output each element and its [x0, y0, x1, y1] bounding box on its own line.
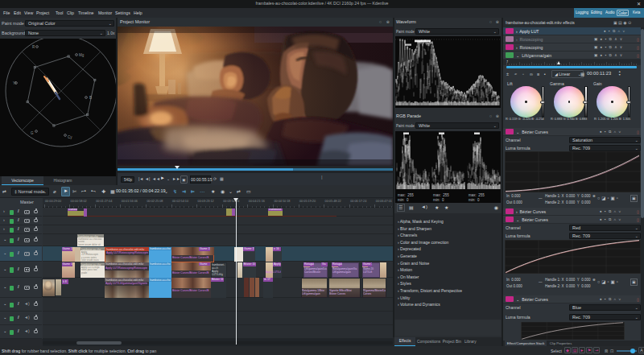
- svg-text:Cy: Cy: [68, 135, 72, 139]
- svg-text:Mg: Mg: [79, 53, 85, 57]
- svg-text:G: G: [31, 131, 34, 135]
- svg-text:B: B: [89, 96, 92, 100]
- svg-text:R: R: [32, 45, 35, 49]
